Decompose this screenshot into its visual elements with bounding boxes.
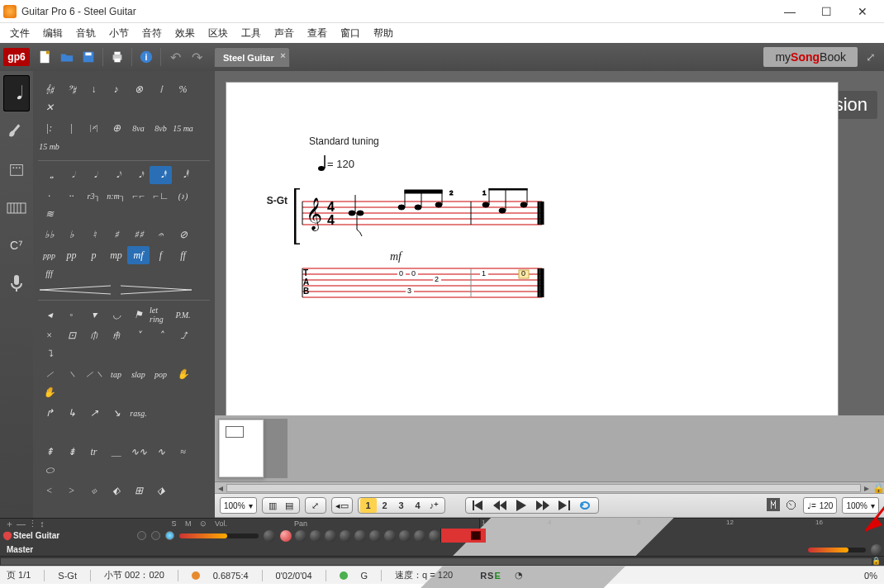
menu-window[interactable]: 窗口 [334,25,367,42]
track-h-scroll[interactable] [0,557,872,566]
menu-view[interactable]: 查看 [301,25,334,42]
notation-staff[interactable]: 𝄞 4 4 [294,188,550,244]
sidebar-keyboard-icon[interactable] [3,189,30,225]
palette-cell[interactable]: ↳ [60,404,83,422]
palette-cell[interactable]: % [172,80,194,98]
palette-cell[interactable]: pp [60,246,83,264]
palette-cell[interactable]: ⟍ [60,365,83,383]
view-toggle-2[interactable]: ⤢ [305,497,326,514]
palette-cell[interactable]: ⇞ [38,443,60,461]
palette-cell[interactable]: ⌐⌐ [127,187,150,205]
h-scrollbar[interactable]: ◂ ▸ 🔒 [215,481,884,493]
maximize-button[interactable]: ☐ [808,0,844,23]
track-row-1[interactable]: Steel Guitar [0,529,884,543]
menu-effect[interactable]: 效果 [169,25,202,42]
go-end-button[interactable] [554,498,575,513]
palette-cell[interactable]: ✕ [38,98,60,116]
palette-cell[interactable]: ⇟ [60,443,83,461]
palette-cell[interactable]: ▾ [83,306,105,324]
play-button[interactable] [511,498,532,513]
menu-bar-item[interactable]: 小节 [102,25,135,42]
info-icon[interactable]: i [135,46,157,68]
mysongbook-button[interactable]: mySongBook [763,47,858,67]
palette-cell[interactable]: × [38,326,60,344]
view-toggle-3[interactable]: ◂▭ [331,497,353,514]
palette-cell[interactable]: |𝄎| [83,119,105,137]
palette-cell[interactable]: 8va [127,119,150,137]
menu-track[interactable]: 音轨 [69,25,102,42]
open-file-icon[interactable] [56,46,78,68]
palette-cell[interactable]: 15 ma [172,119,194,137]
palette-cell[interactable]: | [60,119,83,137]
palette-cell[interactable]: 𝄢♯ [60,80,83,98]
metronome-icon[interactable]: 🅼 [767,498,780,513]
lock-icon[interactable]: 🔒 [872,557,881,565]
menu-help[interactable]: 帮助 [367,25,400,42]
palette-cell[interactable]: ⊡ [60,326,83,344]
palette-cell[interactable]: ⟋ [38,365,60,383]
loop-button[interactable] [575,498,596,513]
forward-button[interactable] [532,498,554,513]
palette-cell[interactable]: |: [38,119,60,137]
palette-cell[interactable]: 𝄞♯ [38,80,60,98]
palette-cell[interactable]: ⬖ [105,481,127,500]
palette-cell[interactable]: 8vb [150,119,172,137]
rewind-button[interactable] [489,498,511,513]
go-start-button[interactable] [468,498,489,513]
undo-icon[interactable]: ↶ [164,46,186,68]
tempo-field[interactable]: ♩=120 [803,497,838,514]
palette-cell[interactable]: ↓ [83,80,105,98]
palette-cell[interactable]: ♯ [105,225,127,244]
palette-cell[interactable]: ♭♭ [38,225,60,244]
palette-cell[interactable]: ·· [60,187,83,205]
palette-cell[interactable]: ⸏ [105,443,127,461]
palette-cell[interactable]: 𝅗𝅥 [60,166,83,184]
master-volume-slider[interactable] [808,548,866,552]
view-toggle-1[interactable]: ▥▤ [262,497,300,514]
palette-cell[interactable]: < [38,481,60,500]
menu-note[interactable]: 音符 [135,25,169,42]
page-thumbnail[interactable] [218,419,264,478]
palette-cell[interactable]: ♪ [105,80,127,98]
palette-cell[interactable]: ↱ [38,404,60,422]
tab-close-icon[interactable]: × [280,50,285,60]
palette-cell[interactable]: ppp [38,246,60,264]
palette-cell[interactable]: ♭ [60,225,83,244]
palette-cell[interactable]: mp [105,246,127,264]
track-timeline[interactable] [440,529,882,543]
bar-selector[interactable]: 1 2 3 4 ♪⁺ [358,497,445,514]
rse-knob-icon[interactable]: ◔ [515,570,523,581]
rse-label[interactable]: RSE [480,571,501,581]
palette-cell[interactable]: ✋ [38,383,60,401]
close-button[interactable]: ✕ [844,0,881,23]
palette-cell[interactable]: > [60,481,83,500]
sidebar-chord-icon[interactable]: C⁷ [3,227,30,263]
sidebar-guitar-icon[interactable] [3,113,30,149]
new-file-icon[interactable] [35,46,56,68]
countdown-icon[interactable]: ⏲ [785,498,798,513]
palette-cell[interactable]: ⁞ [150,80,172,98]
palette-cell[interactable] [38,422,60,440]
track-row-master[interactable]: Master [0,543,884,557]
palette-cell[interactable]: ↗ [83,404,105,422]
palette-cell[interactable]: (♪) [172,187,194,205]
score-viewport[interactable]: Standard tuning = 120 S-Gt [215,71,884,415]
crescendo-icon[interactable] [38,285,112,295]
palette-cell[interactable]: ≋ [38,205,60,223]
palette-cell[interactable]: 𝅝 [38,166,60,184]
palette-cell[interactable]: · [38,187,60,205]
minimize-button[interactable]: ― [772,0,808,23]
palette-cell[interactable]: 𝅘𝅥 [83,166,105,184]
palette-cell[interactable]: ⭝ [38,344,60,363]
palette-cell[interactable]: ⌐∟ [150,187,172,205]
menu-sound[interactable]: 声音 [268,25,301,42]
palette-cell[interactable] [38,500,60,518]
menu-file[interactable]: 文件 [3,25,36,42]
palette-cell[interactable]: 𝅘𝅥𝅮 [105,166,127,184]
palette-cell[interactable]: ↘ [105,404,127,422]
palette-cell[interactable]: ♮ [83,225,105,244]
sidebar-amp-icon[interactable] [3,151,30,187]
save-file-icon[interactable] [78,46,99,68]
page-thumbnail-strip[interactable] [215,415,884,481]
palette-cell[interactable]: ⫛ [83,326,105,344]
